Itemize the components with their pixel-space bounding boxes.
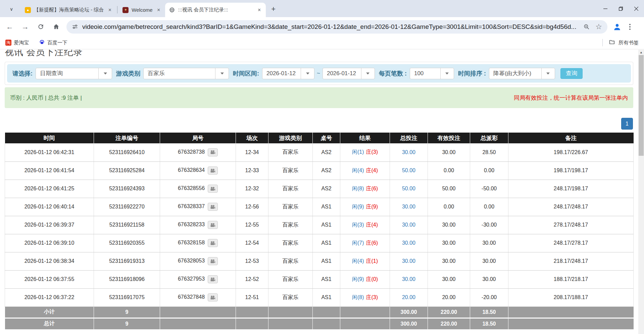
session-number: 12-56 (236, 198, 268, 216)
total-bet-link[interactable]: 30.00 (402, 276, 415, 282)
round-cell: 676328634 (160, 161, 236, 180)
video-camera-icon[interactable] (208, 257, 218, 265)
summary-payout: 18.50 (470, 306, 508, 318)
total-bet-link[interactable]: 30.00 (402, 222, 415, 228)
all-bookmarks-label: 所有书签 (618, 40, 639, 46)
divider (602, 39, 603, 46)
page-number-button[interactable]: 1 (621, 118, 633, 130)
address-bar[interactable]: videoie.com/game/betrecord_search/kind3?… (66, 20, 607, 34)
result-cell: 闲(4)庄(4) (340, 161, 390, 180)
scrollbar-thumb[interactable] (639, 55, 644, 156)
table-row: 2026-01-12 06:42:31 523116926410 6763287… (5, 143, 634, 161)
total-bet-cell: 50.00 (390, 161, 428, 180)
table-row: 2026-01-12 06:41:54 523116925284 6763286… (5, 161, 634, 180)
bet-time: 2026-01-12 06:41:54 (5, 161, 94, 180)
round-number: 676328556 (178, 185, 205, 191)
search-button[interactable]: 查询 (560, 68, 583, 79)
reload-icon[interactable] (35, 21, 46, 33)
note: 248.17/248.17 (508, 198, 634, 216)
new-tab-button[interactable]: + (268, 4, 279, 14)
tab-close-icon[interactable]: × (107, 7, 113, 13)
video-camera-icon[interactable] (208, 239, 218, 247)
table-row: 2026-01-12 06:37:55 523116918096 6763279… (5, 270, 634, 288)
column-header: 时间 (5, 133, 94, 143)
bet-time: 2026-01-12 06:40:14 (5, 198, 94, 216)
table-number: AS2 (313, 143, 340, 161)
bookmark-star-icon[interactable]: ☆ (595, 22, 602, 31)
table-number: AS1 (313, 198, 340, 216)
tab-title: 【新提醒】海燕策略论坛 - 综合 (34, 7, 104, 13)
site-settings-tune-icon[interactable] (72, 23, 78, 30)
video-camera-icon[interactable] (208, 221, 218, 229)
date-end-select[interactable]: 2026-01-12 (323, 68, 375, 79)
game-type-select[interactable]: 百家乐 (143, 68, 229, 79)
video-camera-icon[interactable] (208, 203, 218, 211)
total-bet-link[interactable]: 30.00 (402, 204, 415, 209)
tab-search-chevron-icon[interactable]: ∨ (7, 4, 16, 14)
bookmark-label: 百度一下 (47, 40, 67, 46)
time-sort-select[interactable]: 降幂(由大到小) (489, 68, 555, 79)
video-camera-icon[interactable] (208, 293, 218, 301)
round-cell: 676328337 (160, 198, 236, 216)
per-page-label: 每页笔数 : (379, 69, 407, 78)
back-arrow-icon[interactable]: ← (4, 21, 15, 33)
table-number: AS1 (313, 234, 340, 252)
query-type-value: 日期查询 (36, 68, 98, 79)
bet-id: 523116917075 (94, 288, 160, 306)
column-header: 总派彩 (470, 133, 508, 143)
total-bet-link[interactable]: 30.00 (402, 258, 415, 264)
url-text[interactable]: videoie.com/game/betrecord_search/kind3?… (82, 23, 578, 31)
browser-tab-welcome[interactable]: ✦ Welcome × (118, 3, 165, 17)
total-bet-link[interactable]: 30.00 (402, 240, 415, 246)
per-page-select[interactable]: 100 (410, 68, 454, 79)
all-bookmarks[interactable]: 所有书签 (602, 39, 639, 47)
total-bet-link[interactable]: 20.00 (402, 294, 415, 300)
minimize-icon[interactable] (598, 0, 613, 17)
summary-count: 9 (94, 306, 160, 318)
menu-dots-icon[interactable] (626, 24, 634, 30)
video-camera-icon[interactable] (208, 275, 218, 283)
bet-id: 523116918096 (94, 270, 160, 288)
result-banker: 庄(9) (366, 204, 378, 209)
vertical-scrollbar[interactable]: ▲ (638, 50, 644, 334)
date-start-value: 2026-01-12 (262, 68, 301, 79)
scroll-up-arrow-icon[interactable]: ▲ (638, 50, 644, 55)
video-camera-icon[interactable] (208, 185, 218, 193)
note: 278.17/248.17 (508, 216, 634, 234)
payout-value: -30.00 (470, 216, 508, 234)
zoom-magnifier-icon[interactable] (583, 23, 590, 30)
total-bet-link[interactable]: 30.00 (402, 149, 415, 155)
total-bet-link[interactable]: 50.00 (402, 168, 415, 173)
browser-tab-betrecord-active[interactable]: :::视讯 会员下注纪录::: × (165, 3, 266, 17)
forward-arrow-icon[interactable]: → (19, 21, 31, 33)
browser-tab-forum[interactable]: ● 【新提醒】海燕策略论坛 - 综合 × (21, 3, 116, 17)
result-cell: 闲(8)庄(6) (340, 180, 390, 198)
close-icon[interactable] (629, 0, 644, 17)
date-start-select[interactable]: 2026-01-12 (262, 68, 314, 79)
round-cell: 676328053 (160, 252, 236, 270)
restore-icon[interactable] (613, 0, 629, 17)
tab-title: :::视讯 会员下注纪录::: (178, 7, 253, 13)
tab-close-icon[interactable]: × (256, 7, 262, 13)
session-number: 12-52 (236, 270, 268, 288)
round-number: 676328634 (178, 167, 205, 173)
game-type: 百家乐 (268, 234, 313, 252)
query-type-select[interactable]: 日期查询 (36, 68, 112, 79)
game-type: 百家乐 (268, 252, 313, 270)
result-banker: 庄(4) (366, 222, 378, 228)
caret-down-icon (98, 68, 112, 79)
video-camera-icon[interactable] (208, 148, 218, 156)
home-icon[interactable] (50, 21, 62, 33)
result-player: 闲(9) (352, 204, 364, 209)
bookmark-taobao[interactable]: 淘 爱淘宝 (5, 40, 29, 46)
profile-avatar-icon[interactable] (613, 22, 622, 31)
game-type: 百家乐 (268, 161, 313, 180)
total-bet-cell: 20.00 (390, 288, 428, 306)
column-header: 结果 (340, 133, 390, 143)
table-header-row: 时间注单编号局号场次游戏类别桌号结果总投注有效投注总派彩备注 (5, 133, 634, 143)
video-camera-icon[interactable] (208, 166, 218, 175)
session-number: 12-53 (236, 252, 268, 270)
total-bet-link[interactable]: 50.00 (402, 186, 415, 191)
bookmark-baidu[interactable]: 百度一下 (39, 39, 67, 46)
tab-close-icon[interactable]: × (156, 7, 162, 13)
